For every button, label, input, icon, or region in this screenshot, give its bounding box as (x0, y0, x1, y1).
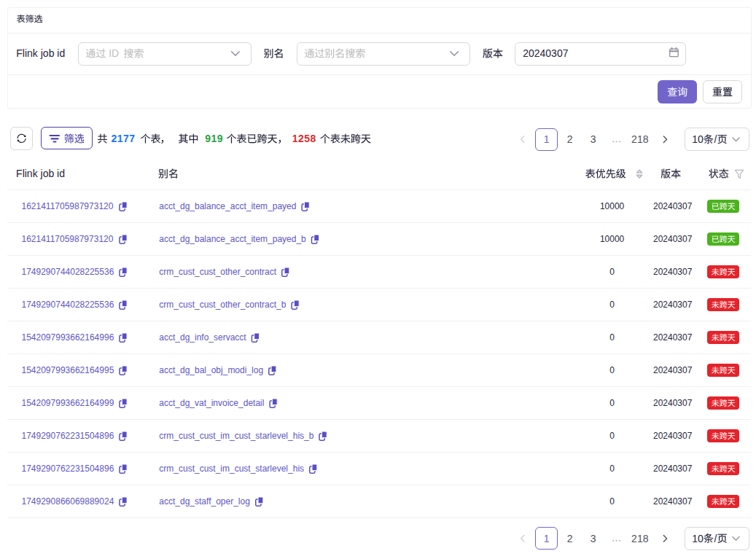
svg-text:2: 2 (567, 533, 573, 544)
svg-text:10: 10 (692, 533, 704, 544)
svg-text:0: 0 (609, 398, 615, 408)
svg-text:218: 218 (631, 533, 649, 544)
svg-text:1: 1 (544, 533, 550, 544)
svg-text:1542097993662164995: 1542097993662164995 (22, 365, 114, 375)
svg-text:acct_dg_bal_obj_modi_log: acct_dg_bal_obj_modi_log (159, 365, 263, 375)
svg-text:1749290762231504896: 1749290762231504896 (22, 464, 114, 474)
svg-text:Flink job id: Flink job id (16, 47, 65, 59)
svg-text:1542097993662164999: 1542097993662164999 (22, 398, 114, 408)
svg-text:20240307: 20240307 (523, 47, 569, 59)
svg-text:acct_dg_staff_oper_log: acct_dg_staff_oper_log (159, 496, 250, 507)
svg-text:20240307: 20240307 (653, 234, 693, 244)
svg-text:0: 0 (609, 464, 615, 474)
svg-text:20240307: 20240307 (653, 300, 693, 310)
svg-text:20240307: 20240307 (653, 201, 693, 211)
svg-text:1542097993662164996: 1542097993662164996 (22, 332, 114, 343)
svg-text:1621411705987973120: 1621411705987973120 (22, 234, 114, 244)
svg-text:1749290744028225536: 1749290744028225536 (22, 300, 114, 310)
svg-text:0: 0 (609, 332, 615, 343)
svg-text:0: 0 (609, 431, 615, 441)
svg-text:20240307: 20240307 (653, 267, 693, 277)
svg-text:3: 3 (591, 533, 596, 544)
svg-text:2177: 2177 (112, 133, 136, 144)
svg-text:3: 3 (591, 133, 596, 145)
svg-text:1749290866069889024: 1749290866069889024 (22, 496, 114, 507)
svg-text:/: / (714, 133, 717, 145)
svg-text:1749290744028225536: 1749290744028225536 (22, 267, 114, 277)
svg-text:crm_cust_cust_other_contract_b: crm_cust_cust_other_contract_b (159, 300, 286, 310)
svg-text:1621411705987973120: 1621411705987973120 (22, 201, 114, 211)
svg-text:2: 2 (567, 133, 573, 145)
svg-text:20240307: 20240307 (653, 365, 693, 375)
svg-text:acct_dg_info_servacct: acct_dg_info_servacct (159, 332, 246, 343)
svg-text:218: 218 (631, 133, 649, 145)
svg-text:0: 0 (609, 267, 615, 277)
svg-text:10: 10 (692, 133, 704, 145)
svg-text:919: 919 (205, 133, 223, 144)
svg-text:1749290762231504896: 1749290762231504896 (22, 431, 114, 441)
svg-text:acct_dg_balance_acct_item_paye: acct_dg_balance_acct_item_payed_b (159, 234, 306, 244)
svg-text:crm_cust_cust_other_contract: crm_cust_cust_other_contract (159, 267, 276, 277)
svg-text:0: 0 (609, 496, 615, 507)
svg-text:10000: 10000 (600, 201, 625, 211)
svg-text:20240307: 20240307 (653, 332, 693, 343)
svg-text:0: 0 (609, 365, 615, 375)
svg-text:1: 1 (544, 133, 550, 145)
svg-text:crm_cust_cust_im_cust_starleve: crm_cust_cust_im_cust_starlevel_his (159, 464, 304, 474)
svg-text:10000: 10000 (600, 234, 625, 244)
svg-text:1258: 1258 (292, 133, 316, 144)
svg-text:acct_dg_vat_invoice_detail: acct_dg_vat_invoice_detail (159, 398, 264, 408)
svg-text:crm_cust_cust_im_cust_starleve: crm_cust_cust_im_cust_starlevel_his_b (159, 431, 313, 441)
svg-text:20240307: 20240307 (653, 398, 693, 408)
svg-text:20240307: 20240307 (653, 464, 693, 474)
svg-text:20240307: 20240307 (653, 431, 693, 441)
svg-text:0: 0 (609, 300, 615, 310)
svg-text:ID: ID (109, 47, 119, 59)
svg-text:acct_dg_balance_acct_item_paye: acct_dg_balance_acct_item_payed (159, 201, 296, 211)
svg-text:20240307: 20240307 (653, 496, 693, 507)
svg-text:Flink job id: Flink job id (16, 168, 65, 179)
svg-text:/: / (714, 533, 717, 544)
